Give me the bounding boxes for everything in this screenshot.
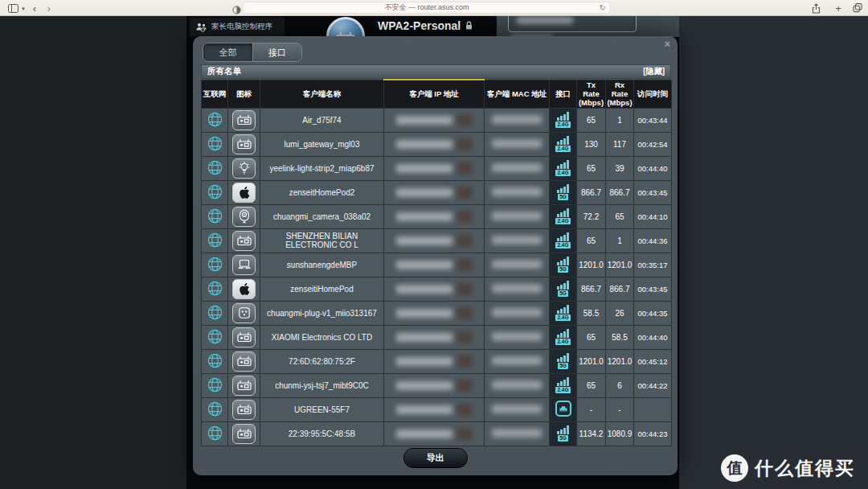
band-badge: 5G [558,266,568,273]
sidebar-icon[interactable] [6,0,19,16]
hide-link[interactable]: [隐藏] [643,66,665,77]
access-time: 00:44:22 [634,373,672,397]
client-row[interactable]: 22:39:95:5C:48:5B5G1134.21080.900:44:23 [202,421,672,446]
page-margin-left [0,16,186,489]
rx-rate: 58.5 [606,325,634,349]
export-button[interactable]: 导出 [403,448,468,468]
globe-icon[interactable] [207,159,223,176]
ip-mode-badge-redacted [458,259,472,271]
client-ip-cell [384,228,485,253]
client-table: 互联网 图标 客户端名称 客户端 IP 地址 客户端 MAC 地址 接口 Tx … [201,79,672,446]
client-mac-redacted [492,260,542,269]
access-time: 00:43:45 [634,277,672,301]
globe-icon[interactable] [207,135,223,152]
forward-button[interactable]: › [43,0,55,16]
access-time: 00:43:44 [634,108,672,132]
client-name: chuangmi-plug-v1_miio313167 [260,301,384,325]
interface-cell: 2.4G [550,228,577,253]
chevron-down-icon[interactable]: ▾ [19,0,27,16]
globe-icon[interactable] [207,304,223,321]
wifi-signal-icon: 2.4G [553,329,574,345]
wifi-signal-icon: 2.4G [553,377,574,393]
globe-icon[interactable] [207,328,223,345]
client-mac-cell [485,132,550,156]
access-time: 00:44:40 [634,325,672,349]
url-text: 不安全 — router.asus.com [384,2,469,13]
reload-icon[interactable]: ↻ [600,3,606,12]
interface-cell: 5G [550,421,577,446]
tab-all[interactable]: 全部 [203,43,252,61]
rx-rate: 39 [606,156,634,180]
share-icon[interactable] [810,0,821,16]
globe-icon[interactable] [207,280,223,297]
tx-rate: 1134.2 [577,421,606,446]
client-row[interactable]: yeelink-light-strip2_miap6b872.4G653900:… [202,156,672,180]
col-client-name[interactable]: 客户端名称 [260,80,384,108]
client-name: sunshanengdeMBP [260,253,384,277]
client-row[interactable]: 72:6D:62:80:75:2F5G1201.01201.000:45:12 [202,349,672,373]
globe-icon[interactable] [207,376,223,393]
client-name: XIAOMI Electronics CO LTD [260,325,384,349]
client-mac-redacted [492,332,542,341]
tx-rate: 1201.0 [577,349,606,373]
rx-rate: 1201.0 [606,349,634,373]
client-row[interactable]: XIAOMI Electronics CO LTD2.4G6558.500:44… [202,325,672,349]
tab-interface[interactable]: 接口 [252,43,301,61]
internet-cell [202,132,228,156]
signal-bars [557,281,569,290]
client-row[interactable]: SHENZHEN BILIAN ELECTRONIC CO L2.4G65100… [202,228,672,253]
client-row[interactable]: chuangmi-plug-v1_miio3131672.4G58.52600:… [202,301,672,325]
tx-rate: 866.7 [577,180,606,204]
internet-cell [202,204,228,228]
client-row[interactable]: chuangmi_camera_038a022.4G72.26500:44:10 [202,204,672,228]
new-tab-icon[interactable]: + [833,0,844,16]
client-row[interactable]: UGREEN-55F7-- [202,397,672,421]
ip-mode-badge-redacted [458,380,472,392]
sidebar-item-parental-control[interactable]: 家长电脑控制程序 [190,18,285,36]
router-icon [232,110,256,130]
device-icon-cell [228,397,260,421]
col-client-mac[interactable]: 客户端 MAC 地址 [485,80,550,108]
client-mac-cell [485,349,550,373]
url-bar[interactable]: 不安全 — router.asus.com ↻ [243,2,611,14]
client-mac-cell [485,325,550,349]
col-access-time[interactable]: 访问时间 [634,80,672,108]
rx-rate: 1 [606,108,634,132]
client-row[interactable]: Air_d75f742.4G65100:43:44 [202,108,672,132]
internet-cell [202,156,228,180]
internet-cell [202,108,228,132]
ip-mode-badge-redacted [458,114,472,126]
router-icon [232,400,256,420]
client-mac-redacted [492,284,542,293]
ip-mode-badge-redacted [458,235,472,247]
client-name: zenseitHomePod2 [260,180,384,204]
globe-icon[interactable] [207,208,223,224]
signal-bars [557,425,569,434]
interface-cell: 2.4G [550,325,577,349]
globe-icon[interactable] [207,401,223,417]
client-row[interactable]: lumi_gateway_mgl032.4G13011700:42:54 [202,132,672,156]
screen: ▾ ‹ › 不安全 — router.asus.com ↻ + 家长电脑控制程序… [0,0,868,489]
device-icon-cell [228,421,260,446]
client-row[interactable]: zenseitHomePod25G866.7866.700:43:45 [202,180,672,204]
ip-mode-badge-redacted [458,211,472,223]
globe-icon[interactable] [207,183,223,200]
globe-icon[interactable] [207,111,223,128]
client-ip-cell [384,132,485,156]
globe-icon[interactable] [207,232,223,249]
globe-icon[interactable] [207,256,223,273]
client-row[interactable]: zenseitiHomePod5G866.7866.700:43:45 [202,277,672,301]
tab-overview-icon[interactable] [852,0,863,16]
col-tx-rate[interactable]: Tx Rate (Mbps) [577,80,606,108]
globe-icon[interactable] [207,352,223,369]
col-client-ip[interactable]: 客户端 IP 地址 [384,80,485,108]
back-button[interactable]: ‹ [29,0,40,16]
device-icon-cell [228,277,260,301]
col-rx-rate[interactable]: Rx Rate (Mbps) [606,80,634,108]
client-row[interactable]: sunshanengdeMBP5G1201.01201.000:35:17 [202,253,672,277]
close-icon[interactable]: × [664,38,670,50]
client-ip-cell [384,277,485,301]
privacy-shield-icon[interactable] [232,3,241,12]
client-row[interactable]: chunmi-ysj-tsj7_mibt9C0C2.4G65600:44:22 [202,373,672,397]
globe-icon[interactable] [207,425,223,442]
